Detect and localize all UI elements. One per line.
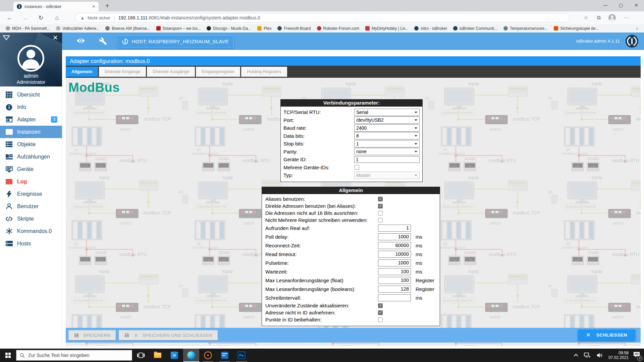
tray-expand-chevron-icon[interactable] (575, 354, 578, 357)
bookmark-item[interactable]: intro - ioBroker (411, 24, 450, 33)
bookmark-item[interactable]: MDH - PA Sammelt... (3, 24, 53, 33)
action-center-button[interactable]: 2 (633, 352, 640, 359)
filter-icon[interactable] (3, 35, 10, 42)
text-field[interactable] (378, 233, 411, 240)
sidebar-close-icon[interactable]: ✕ (53, 34, 58, 42)
text-field[interactable] (378, 225, 411, 232)
checkbox[interactable] (378, 218, 383, 223)
bookmark-item[interactable]: Roboter-Forum.com (314, 24, 362, 33)
select-field[interactable]: 2400 (354, 124, 420, 132)
window-minimize-button[interactable]: — (598, 0, 613, 11)
text-field[interactable] (378, 242, 411, 249)
media-app-button[interactable] (200, 349, 216, 362)
text-field[interactable] (354, 156, 420, 163)
url-field[interactable]: ▲! Nicht sicher | 192.168.1.111:8081/#ta… (75, 13, 570, 22)
edge-button[interactable] (183, 349, 199, 362)
collections-icon[interactable]: ⧉ (594, 14, 603, 21)
volume-icon[interactable] (597, 353, 603, 358)
sidebar-item-scripts[interactable]: Skripte (0, 213, 62, 225)
bookmark-item[interactable]: Temperatursensore... (500, 24, 551, 33)
back-button[interactable]: ← (5, 13, 14, 22)
close-dialog-button[interactable]: ✕ SCHLIESSEN (578, 329, 635, 341)
outlook-button[interactable]: o (166, 349, 182, 362)
bookmark-item[interactable]: Freesoft-Board (274, 24, 314, 33)
refresh-button[interactable]: ↻ (36, 13, 46, 22)
checkbox[interactable] (355, 165, 359, 170)
bookmark-item[interactable]: Volkszähler Adlerw... (53, 24, 102, 33)
checkbox[interactable] (378, 197, 383, 201)
sidebar-item-instances[interactable]: Instanzen (0, 126, 62, 138)
task-view-button[interactable] (133, 349, 149, 362)
sidebar-item-commands[interactable]: Kommandos.0 (0, 225, 62, 237)
bookmarks-overflow-chevron-icon[interactable]: › (636, 25, 641, 31)
sidebar-item-objects[interactable]: Objekte (0, 138, 62, 150)
text-field[interactable] (378, 268, 411, 275)
dialog-tab-holding-registers[interactable]: Holding Registers (241, 67, 287, 77)
bookmark-item[interactable]: Plex (254, 24, 274, 33)
sidebar-item-log[interactable]: Log (0, 175, 62, 188)
sidebar-item-adapter[interactable]: Adapter3 (0, 113, 62, 126)
checkbox[interactable] (378, 303, 383, 308)
sidebar-item-enums[interactable]: Aufzählungen (0, 150, 62, 163)
text-field[interactable] (378, 277, 411, 284)
iobroker-logo[interactable] (625, 35, 639, 49)
text-field[interactable] (378, 294, 411, 301)
forward-button[interactable]: → (20, 13, 30, 22)
dialog-tab-diskrete-ausg-nge[interactable]: Diskrete Ausgänge (147, 67, 195, 77)
search-icon (20, 353, 25, 358)
window-maximize-button[interactable]: ▢ (613, 0, 629, 11)
network-icon[interactable] (584, 353, 591, 358)
bookmark-item[interactable]: Boerse.AM (Boerse... (102, 24, 153, 33)
save-and-close-button[interactable]: SPEICHERN UND SCHLIESSEN (119, 330, 218, 340)
select-field[interactable]: 8 (354, 132, 420, 139)
bookmark-item[interactable]: 5starsporn – we lov... (153, 24, 204, 33)
sidebar-item-devices[interactable]: Geräte (0, 163, 62, 175)
text-field[interactable] (378, 286, 411, 293)
select-field[interactable]: /dev/ttyUSB2 (354, 116, 420, 124)
bookmark-item[interactable]: Sicherungskopie de... (551, 24, 602, 33)
text-field[interactable] (378, 259, 411, 266)
file-explorer-button[interactable] (150, 349, 166, 362)
save-button[interactable]: SPEICHERN (68, 330, 116, 340)
favorites-star-icon[interactable]: ☆ (582, 14, 590, 21)
select-field[interactable]: Serial (354, 109, 420, 116)
sidebar-item-info[interactable]: Info (0, 101, 62, 113)
connection-params-title: Verbindungsparameter: (280, 99, 423, 107)
bookmark-item[interactable]: MyDirtyHobby | Liv... (362, 24, 412, 33)
calendar-app-button[interactable] (217, 349, 233, 362)
new-tab-button[interactable]: + (103, 1, 112, 10)
dialog-tab-eingangsregister[interactable]: Eingangsregister (196, 67, 240, 77)
home-button[interactable]: ⌂ (52, 13, 62, 22)
checkbox[interactable] (378, 317, 383, 322)
host-badge[interactable]: HOST: RASPBERRY_HEIZRAUM_SLAVE (117, 35, 234, 48)
photoshop-button[interactable]: Ps (233, 349, 250, 362)
sidebar-item-hosts[interactable]: Hosts (0, 237, 62, 250)
bookmark-item[interactable]: ioBroker Communit... (450, 24, 500, 33)
select-field[interactable]: 1 (354, 140, 420, 147)
more-menu-icon[interactable]: ⋯ (622, 14, 631, 21)
browser-tab[interactable]: instances - ioBroker ✕ (13, 2, 99, 11)
checkbox[interactable] (378, 211, 383, 216)
taskbar-search-input[interactable]: Zur Suche Text hier eingeben (16, 350, 132, 361)
sidebar-item-grid[interactable]: Übersicht (0, 88, 62, 101)
visibility-eye-icon[interactable] (76, 37, 86, 46)
checkbox[interactable] (378, 204, 383, 208)
window-close-button[interactable]: ✕ (629, 0, 644, 11)
sidebar-item-label: Adapter (17, 117, 36, 123)
taskbar-clock[interactable]: 09:58 07.02.2021 (608, 351, 629, 360)
browser-viewport: ✕ admin Administrator ÜbersichtInfoAdapt… (0, 33, 644, 349)
dialog-tab-allgemein[interactable]: Allgemein (66, 67, 98, 77)
log-icon (5, 178, 13, 185)
sidebar-item-events[interactable]: Ereignisse (0, 188, 62, 200)
profile-avatar[interactable] (608, 14, 616, 21)
tab-close-icon[interactable]: ✕ (92, 4, 95, 9)
connection-param-row: Stop bits:1 (283, 140, 420, 148)
sidebar-item-users[interactable]: Benutzer (0, 200, 62, 213)
wrench-icon[interactable] (99, 37, 107, 47)
checkbox[interactable] (378, 310, 383, 315)
select-field[interactable]: none (354, 148, 420, 155)
start-button[interactable] (0, 349, 16, 362)
dialog-tab-diskrete-eing-nge[interactable]: Diskrete Eingänge (99, 67, 146, 77)
text-field[interactable] (378, 251, 411, 258)
bookmark-item[interactable]: Discogs - Musik-Da... (204, 24, 254, 33)
